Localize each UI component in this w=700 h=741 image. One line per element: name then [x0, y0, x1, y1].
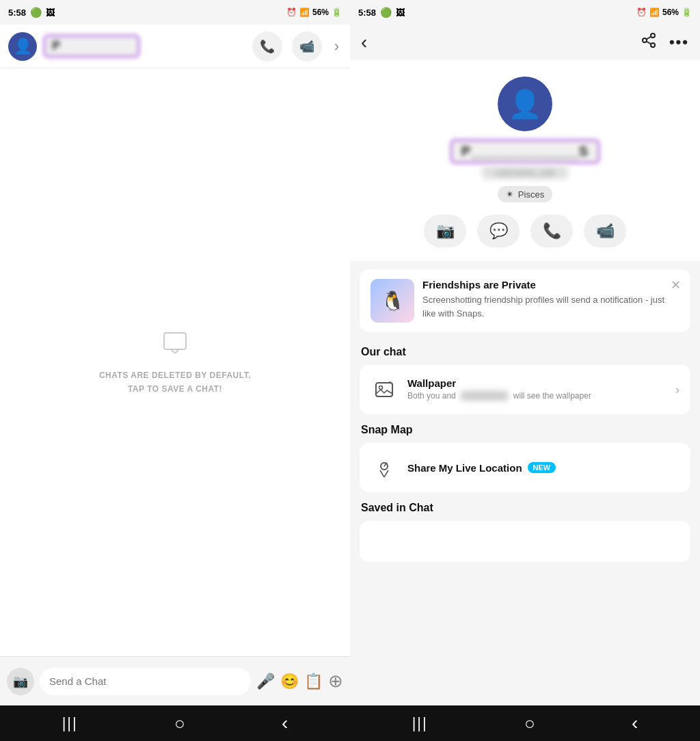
left-header-actions: 📞 📹 ›	[252, 31, 342, 62]
right-gallery-icon: 🖼	[396, 8, 405, 18]
input-right-icons: 🎤 😊 📋 ⊕	[256, 671, 343, 692]
gallery-icon: 🖼	[46, 8, 55, 18]
profile-sub-text: username_sub	[482, 166, 568, 179]
left-bottom-nav: ||| ○ ‹	[0, 705, 350, 741]
chat-action-icon: 💬	[489, 222, 508, 240]
camera-action-button[interactable]: 📷	[424, 215, 466, 247]
right-status-bar: 5:58 🟢 🖼 ⏰ 📶 56% 🔋	[350, 0, 700, 25]
right-nav-back-icon[interactable]: ‹	[632, 712, 638, 734]
signal-icon: 📶	[299, 8, 310, 17]
back-button[interactable]: ‹	[361, 29, 373, 56]
right-status-time: 5:58 🟢 🖼	[358, 7, 405, 18]
chat-action-button[interactable]: 💬	[477, 215, 520, 247]
share-icon[interactable]	[641, 32, 657, 53]
left-username-text: P	[52, 39, 61, 53]
camera-icon: 📷	[13, 674, 28, 689]
wallpaper-sub-suffix: will see the wallpaper	[513, 391, 591, 401]
phone-action-icon: 📞	[543, 222, 561, 240]
friendship-card-text: Friendships are Private Screenshotting f…	[422, 279, 679, 320]
sticker-icon[interactable]: 📋	[304, 673, 323, 690]
chat-empty-area: CHATS ARE DELETED BY DEFAULT. TAP TO SAV…	[0, 68, 350, 656]
more-icon[interactable]: •••	[669, 33, 689, 51]
left-camera-button[interactable]: 📷	[7, 668, 34, 695]
right-time: 5:58	[358, 8, 376, 18]
battery-icon: 🔋	[332, 8, 342, 17]
back-icon: ‹	[361, 31, 367, 53]
left-more-button[interactable]: ›	[332, 35, 342, 58]
right-signal-icon: 📶	[649, 8, 660, 17]
microphone-icon[interactable]: 🎤	[256, 673, 275, 690]
new-badge: NEW	[528, 462, 556, 473]
profile-section: 👤 P_____________S username_sub ✴ Pisces …	[350, 60, 700, 261]
wallpaper-sub: Both you and ________ will see the wallp…	[407, 390, 666, 402]
bitmoji-icon[interactable]: 😊	[280, 673, 299, 690]
right-nav-home-icon[interactable]: ○	[524, 713, 535, 734]
alarm-icon: ⏰	[286, 8, 297, 17]
friendship-image-emoji: 🐧	[381, 290, 405, 312]
left-status-bar: 5:58 🟢 🖼 ⏰ 📶 56% 🔋	[0, 0, 350, 25]
left-nav-home-icon[interactable]: ○	[174, 713, 185, 734]
right-whatsapp-icon: 🟢	[380, 7, 392, 18]
video-action-button[interactable]: 📹	[584, 215, 626, 247]
phone-action-button[interactable]: 📞	[530, 215, 573, 247]
left-time: 5:58	[8, 8, 26, 18]
right-bottom-nav: ||| ○ ‹	[350, 705, 700, 741]
profile-person-icon: 👤	[508, 88, 542, 120]
live-location-title: Share My Live Location	[407, 462, 522, 474]
camera-action-icon: 📷	[436, 222, 455, 240]
profile-sub-blurred: username_sub	[496, 167, 554, 178]
friendship-card-title: Friendships are Private	[422, 279, 679, 291]
profile-avatar: 👤	[498, 77, 552, 131]
left-phone-button[interactable]: 📞	[252, 31, 282, 62]
video-icon: 📹	[299, 39, 314, 54]
friendship-info-card: 🐧 Friendships are Private Screenshotting…	[360, 269, 690, 332]
svg-point-4	[643, 38, 647, 42]
wallpaper-chevron-icon: ›	[675, 383, 679, 397]
left-nav-lines-icon[interactable]: |||	[62, 714, 78, 732]
wallpaper-title: Wallpaper	[407, 377, 666, 389]
left-avatar: 👤	[8, 32, 37, 61]
wallpaper-icon	[371, 376, 398, 403]
live-location-title-row: Share My Live Location NEW	[407, 462, 679, 474]
live-location-text: Share My Live Location NEW	[407, 462, 679, 474]
friendship-card-desc: Screenshotting friendship profiles will …	[422, 293, 679, 320]
empty-chat-icon	[161, 329, 189, 362]
left-nav-back-icon[interactable]: ‹	[282, 712, 288, 734]
right-nav-lines-icon[interactable]: |||	[412, 714, 428, 732]
left-video-button[interactable]: 📹	[292, 31, 322, 62]
location-icon	[371, 454, 398, 481]
friendship-card-close-button[interactable]: ✕	[671, 278, 681, 293]
svg-line-7	[646, 37, 651, 40]
left-username-box: P	[44, 35, 139, 57]
svg-point-5	[651, 43, 655, 47]
left-battery: 56%	[312, 8, 329, 17]
profile-username-text: P_____________S	[461, 144, 589, 159]
right-panel: 5:58 🟢 🖼 ⏰ 📶 56% 🔋 ‹	[350, 0, 700, 741]
add-icon[interactable]: ⊕	[328, 671, 343, 692]
snap-map-section-title: Snap Map	[350, 418, 700, 439]
wallpaper-row-text: Wallpaper Both you and ________ will see…	[407, 377, 666, 402]
chat-empty-line2: TAP TO SAVE A CHAT!	[99, 383, 251, 396]
svg-point-3	[651, 33, 655, 38]
zodiac-badge: ✴ Pisces	[498, 186, 552, 202]
right-battery: 56%	[662, 8, 679, 17]
our-chat-section-title: Our chat	[350, 340, 700, 361]
close-icon: ✕	[671, 278, 681, 292]
right-battery-icon: 🔋	[682, 8, 692, 17]
zodiac-icon: ✴	[506, 189, 514, 200]
friendship-card-image: 🐧	[371, 279, 414, 323]
live-location-row[interactable]: Share My Live Location NEW	[360, 443, 690, 492]
saved-in-chat-card	[360, 521, 690, 562]
action-icons-row: 📷 💬 📞 📹	[424, 215, 626, 247]
wallpaper-row[interactable]: Wallpaper Both you and ________ will see…	[360, 365, 690, 414]
video-action-icon: 📹	[596, 222, 615, 240]
chat-empty-text: CHATS ARE DELETED BY DEFAULT. TAP TO SAV…	[99, 369, 251, 395]
left-status-time: 5:58 🟢 🖼	[8, 7, 55, 18]
svg-line-6	[646, 42, 651, 44]
send-chat-input[interactable]	[40, 668, 251, 695]
wallpaper-sub-prefix: Both you and	[407, 391, 456, 401]
left-chat-header: 👤 P 📞 📹 ›	[0, 25, 350, 68]
left-panel: 5:58 🟢 🖼 ⏰ 📶 56% 🔋 👤 P 📞 📹 ›	[0, 0, 350, 741]
right-header: ‹ •••	[350, 25, 700, 60]
right-status-right: ⏰ 📶 56% 🔋	[636, 8, 692, 17]
